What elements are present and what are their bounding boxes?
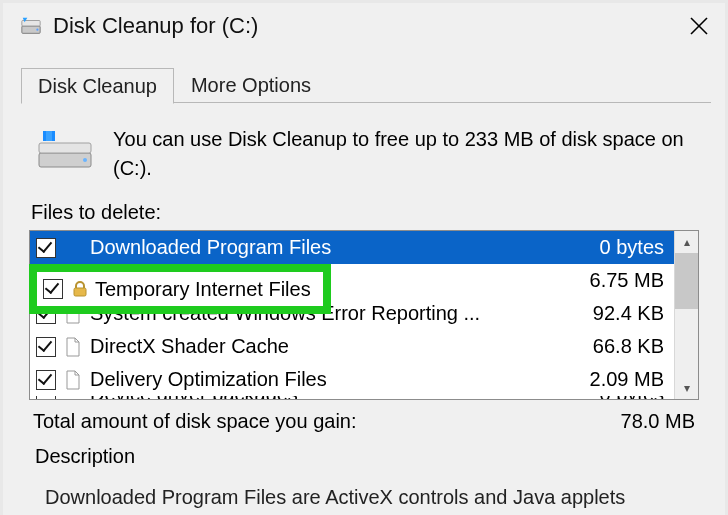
scroll-thumb[interactable] <box>675 253 698 309</box>
list-item[interactable]: Device driver packages 0 bytes <box>30 396 674 399</box>
checkbox[interactable] <box>36 238 56 258</box>
list-item[interactable]: Temporary Internet Files 6.75 MB <box>30 264 674 297</box>
scrollbar[interactable]: ▴ ▾ <box>674 231 698 399</box>
checkbox[interactable] <box>36 337 56 357</box>
tab-content: You can use Disk Cleanup to free up to 2… <box>3 103 725 509</box>
close-button[interactable] <box>677 4 721 48</box>
window-title: Disk Cleanup for (C:) <box>53 13 677 39</box>
total-value: 78.0 MB <box>621 410 695 433</box>
total-row: Total amount of disk space you gain: 78.… <box>29 400 699 433</box>
description-label: Description <box>31 445 697 468</box>
checkbox[interactable] <box>36 271 56 291</box>
disk-cleanup-icon <box>19 14 43 38</box>
svg-point-7 <box>83 158 87 162</box>
item-name: Downloaded Program Files <box>90 236 578 259</box>
item-size: 6.75 MB <box>578 269 668 292</box>
item-name: System created Windows Error Reporting .… <box>90 302 578 325</box>
list-item[interactable]: DirectX Shader Cache 66.8 KB <box>30 330 674 363</box>
tab-disk-cleanup[interactable]: Disk Cleanup <box>21 68 174 104</box>
svg-point-2 <box>36 29 38 31</box>
scroll-track[interactable] <box>675 309 698 377</box>
file-icon <box>62 303 84 325</box>
total-label: Total amount of disk space you gain: <box>33 410 357 433</box>
svg-rect-10 <box>67 280 79 288</box>
list-item[interactable]: Delivery Optimization Files 2.09 MB <box>30 363 674 396</box>
tab-strip: Disk Cleanup More Options <box>3 49 725 103</box>
description-group: Description Downloaded Program Files are… <box>31 445 697 509</box>
titlebar: Disk Cleanup for (C:) <box>3 3 725 49</box>
scroll-up-button[interactable]: ▴ <box>675 231 698 253</box>
item-name: Temporary Internet Files <box>90 269 578 292</box>
files-listbox[interactable]: Downloaded Program Files 0 bytes Tempora… <box>29 230 699 400</box>
item-size: 0 bytes <box>578 236 668 259</box>
svg-rect-9 <box>46 131 52 141</box>
dialog-window: Disk Cleanup for (C:) Disk Cleanup More … <box>3 3 725 515</box>
tab-more-options[interactable]: More Options <box>174 67 328 103</box>
description-text: Downloaded Program Files are ActiveX con… <box>31 468 697 509</box>
checkbox[interactable] <box>36 370 56 390</box>
file-icon <box>62 336 84 358</box>
lock-icon <box>62 270 84 292</box>
file-icon <box>62 369 84 391</box>
svg-rect-6 <box>39 143 91 153</box>
checkbox[interactable] <box>36 396 56 399</box>
files-to-delete-label: Files to delete: <box>31 201 699 224</box>
item-size: 92.4 KB <box>578 302 668 325</box>
item-size: 0 bytes <box>578 396 668 399</box>
intro-row: You can use Disk Cleanup to free up to 2… <box>37 125 691 183</box>
item-size: 2.09 MB <box>578 368 668 391</box>
item-name: DirectX Shader Cache <box>90 335 578 358</box>
item-name: Device driver packages <box>90 396 578 399</box>
list-item[interactable]: System created Windows Error Reporting .… <box>30 297 674 330</box>
list-rows: Downloaded Program Files 0 bytes Tempora… <box>30 231 674 399</box>
list-item[interactable]: Downloaded Program Files 0 bytes <box>30 231 674 264</box>
file-icon <box>62 396 84 399</box>
scroll-down-button[interactable]: ▾ <box>675 377 698 399</box>
item-size: 66.8 KB <box>578 335 668 358</box>
folder-icon <box>62 237 84 259</box>
item-name: Delivery Optimization Files <box>90 368 578 391</box>
checkbox[interactable] <box>36 304 56 324</box>
intro-text: You can use Disk Cleanup to free up to 2… <box>113 125 691 183</box>
drive-icon <box>37 129 93 171</box>
